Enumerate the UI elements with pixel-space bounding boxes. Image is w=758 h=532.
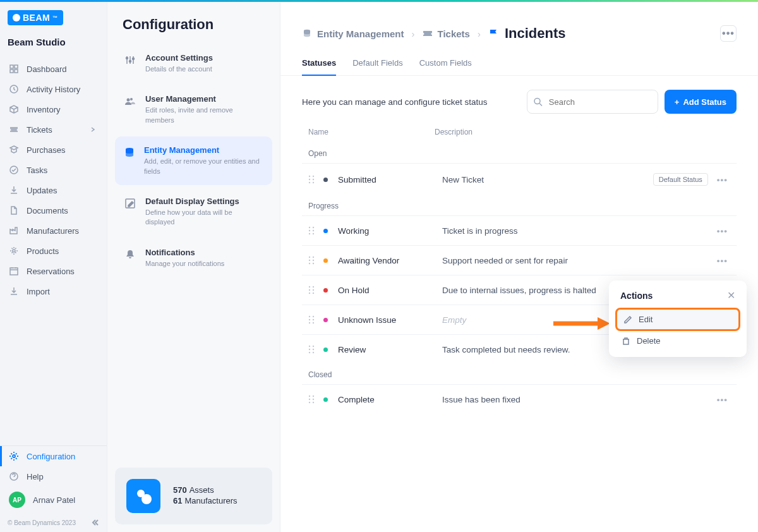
- config-item-entity[interactable]: Entity ManagementAdd, edit, or remove yo…: [115, 136, 272, 185]
- sidebar-label: Manufacturers: [27, 226, 79, 236]
- sidebar-item-help[interactable]: Help: [0, 466, 107, 487]
- svg-point-14: [130, 98, 133, 100]
- sidebar-item-inventory[interactable]: Inventory: [0, 99, 107, 119]
- row-more-button[interactable]: •••: [714, 226, 730, 236]
- collapse-icon[interactable]: [90, 518, 99, 527]
- svg-point-11: [129, 61, 131, 63]
- status-dot: [323, 229, 328, 233]
- sliders-icon: [124, 53, 136, 74]
- sidebar-item-tickets[interactable]: Tickets: [0, 119, 107, 140]
- drag-handle-icon[interactable]: [308, 285, 315, 295]
- history-icon: [9, 84, 19, 94]
- tab-default-fields[interactable]: Default Fields: [352, 58, 402, 75]
- svg-point-29: [309, 230, 310, 231]
- svg-point-37: [309, 263, 310, 264]
- config-item-notifications[interactable]: NotificationsManage your notifications: [115, 239, 272, 277]
- box-icon: [9, 104, 19, 114]
- svg-point-28: [313, 227, 314, 228]
- svg-point-10: [126, 57, 128, 59]
- configuration-list: Account SettingsDetails of the account U…: [107, 44, 280, 460]
- search-input[interactable]: [527, 90, 658, 114]
- config-item-account[interactable]: Account SettingsDetails of the account: [115, 44, 272, 83]
- sidebar-item-activity[interactable]: Activity History: [0, 79, 107, 99]
- svg-point-50: [313, 322, 314, 323]
- sidebar-item-products[interactable]: Products: [0, 241, 107, 261]
- drag-handle-icon[interactable]: [308, 315, 315, 325]
- configuration-column: Configuration Account SettingsDetails of…: [107, 0, 280, 532]
- drag-handle-icon[interactable]: [308, 344, 315, 354]
- config-item-users[interactable]: User ManagementEdit roles, invite and re…: [115, 85, 272, 134]
- sidebar-item-dashboard[interactable]: Dashboard: [0, 59, 107, 79]
- breadcrumb-entity[interactable]: Entity Management: [302, 28, 404, 39]
- sidebar-item-manufacturers[interactable]: Manufacturers: [0, 221, 107, 241]
- sidebar-label: Documents: [27, 206, 68, 215]
- svg-point-43: [309, 293, 310, 294]
- svg-point-31: [309, 233, 310, 234]
- popover-delete-button[interactable]: Delete: [615, 331, 740, 351]
- stat-manufacturers-label: Manufacturers: [184, 496, 237, 505]
- edit-square-icon: [124, 196, 136, 227]
- ticket-icon: [423, 28, 433, 39]
- tab-statuses[interactable]: Statuses: [302, 58, 336, 75]
- svg-point-46: [313, 316, 314, 317]
- table-header: Name Description: [302, 128, 737, 143]
- main-content: Entity Management › Tickets › Incidents …: [280, 0, 758, 532]
- drag-handle-icon[interactable]: [308, 394, 315, 404]
- trash-icon: [622, 337, 630, 346]
- config-item-display[interactable]: Default Display SettingsDefine how your …: [115, 188, 272, 236]
- app-root: BEAM™ Beam Studio Dashboard Activity His…: [0, 0, 758, 532]
- copyright-text: © Beam Dynamics 2023: [8, 519, 76, 526]
- sidebar-label: Updates: [27, 186, 57, 195]
- sidebar-item-tasks[interactable]: Tasks: [0, 160, 107, 180]
- help-icon: [9, 471, 19, 481]
- svg-point-34: [313, 257, 314, 258]
- svg-point-39: [309, 286, 310, 287]
- copyright-row: © Beam Dynamics 2023: [0, 513, 107, 532]
- svg-point-41: [309, 289, 310, 291]
- table-row: Complete Issue has been fixed •••: [302, 384, 737, 414]
- sidebar-item-purchases[interactable]: Purchases: [0, 140, 107, 160]
- svg-rect-0: [10, 65, 13, 68]
- sidebar-item-updates[interactable]: Updates: [0, 180, 107, 200]
- page-more-button[interactable]: •••: [720, 25, 737, 42]
- row-more-button[interactable]: •••: [714, 175, 730, 184]
- row-more-button[interactable]: •••: [714, 395, 730, 404]
- row-name: Complete: [338, 395, 442, 404]
- svg-rect-1: [15, 65, 18, 68]
- sidebar-item-user[interactable]: APArnav Patel: [0, 487, 107, 513]
- svg-point-24: [313, 179, 314, 180]
- logo-area: BEAM™: [0, 10, 107, 29]
- chevron-right-icon: [88, 124, 98, 135]
- drag-handle-icon[interactable]: [308, 255, 315, 265]
- brand-text: BEAM: [23, 13, 50, 23]
- config-item-desc: Edit roles, invite and remove members: [145, 106, 263, 125]
- status-dot: [323, 258, 328, 263]
- popover-edit-button[interactable]: Edit: [615, 308, 740, 331]
- row-name: Review: [338, 345, 442, 354]
- sidebar-item-configuration[interactable]: Configuration: [0, 446, 107, 466]
- primary-nav: Dashboard Activity History Inventory Tic…: [0, 59, 107, 445]
- status-dot: [323, 318, 328, 322]
- row-desc: Ticket is in progress: [442, 226, 714, 236]
- drag-handle-icon[interactable]: [308, 226, 315, 236]
- svg-point-57: [309, 396, 310, 397]
- tab-custom-fields[interactable]: Custom Fields: [419, 58, 472, 75]
- svg-rect-3: [15, 70, 18, 73]
- sidebar-item-import[interactable]: Import: [0, 281, 107, 301]
- svg-point-13: [126, 99, 129, 102]
- config-item-title: User Management: [145, 94, 263, 104]
- breadcrumb-tickets[interactable]: Tickets: [423, 28, 470, 39]
- breadcrumb: Entity Management › Tickets › Incidents: [302, 25, 566, 42]
- svg-point-48: [313, 319, 314, 320]
- database-icon: [124, 145, 135, 176]
- svg-point-25: [309, 182, 310, 183]
- close-icon[interactable]: ✕: [727, 289, 735, 301]
- brand-logo[interactable]: BEAM™: [8, 10, 63, 25]
- group-closed: Closed: [302, 364, 737, 384]
- drag-handle-icon[interactable]: [308, 174, 315, 184]
- table-row: Submitted New Ticket Default Status •••: [302, 163, 737, 195]
- sidebar-item-reservations[interactable]: Reservations: [0, 261, 107, 281]
- row-more-button[interactable]: •••: [714, 256, 730, 265]
- sidebar-item-documents[interactable]: Documents: [0, 200, 107, 221]
- add-status-button[interactable]: +Add Status: [665, 90, 737, 114]
